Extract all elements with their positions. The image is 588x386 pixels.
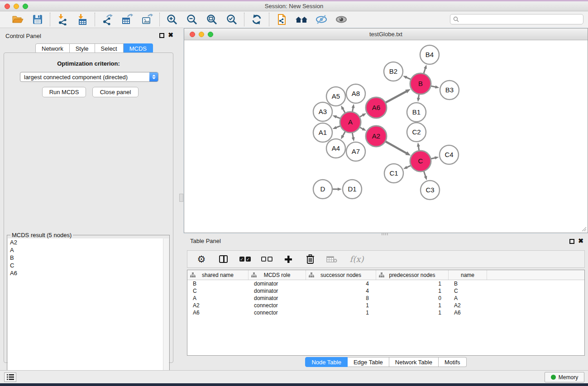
table-cell[interactable]: 1 bbox=[376, 288, 449, 294]
table-cell[interactable]: B bbox=[449, 281, 487, 287]
table-cell[interactable]: B bbox=[187, 281, 249, 287]
zoom-selected-icon[interactable] bbox=[225, 13, 239, 26]
panel-list-button[interactable] bbox=[4, 372, 16, 382]
table-cell[interactable]: dominator bbox=[249, 295, 306, 301]
open-file-icon[interactable] bbox=[11, 13, 24, 26]
result-item[interactable]: A2 bbox=[8, 238, 169, 246]
close-window-button[interactable] bbox=[5, 4, 10, 9]
table-cell[interactable]: 4 bbox=[306, 281, 376, 287]
zoom-fit-icon[interactable] bbox=[205, 13, 219, 26]
maximize-window-button[interactable] bbox=[23, 4, 28, 9]
table-row[interactable]: Cdominator41C bbox=[187, 287, 584, 295]
table-cell[interactable]: A6 bbox=[449, 310, 487, 316]
node-label-A: A bbox=[348, 118, 353, 126]
memory-button[interactable]: Memory bbox=[545, 372, 584, 382]
tab-node-table[interactable]: Node Table bbox=[305, 357, 348, 367]
table-cell[interactable]: 1 bbox=[376, 281, 449, 287]
table-cell[interactable]: C bbox=[449, 288, 487, 294]
hide-unselected-eye-icon[interactable] bbox=[315, 13, 328, 26]
table-row[interactable]: A2connector11A2 bbox=[187, 302, 584, 309]
refresh-layout-icon[interactable] bbox=[250, 13, 263, 26]
table-cell[interactable]: A bbox=[449, 295, 487, 301]
float-table-panel-icon[interactable] bbox=[569, 239, 574, 244]
close-table-panel-icon[interactable]: ✖ bbox=[578, 238, 583, 243]
column-header-name[interactable]: name bbox=[449, 270, 487, 280]
network-close-button[interactable] bbox=[190, 32, 195, 37]
export-table-icon[interactable] bbox=[120, 13, 134, 26]
result-item[interactable]: C bbox=[8, 262, 169, 269]
table-cell[interactable]: dominator bbox=[249, 288, 306, 294]
split-panel-icon[interactable] bbox=[217, 253, 229, 265]
table-cell[interactable]: A2 bbox=[187, 302, 249, 309]
table-cell[interactable]: 0 bbox=[376, 295, 449, 301]
tab-style[interactable]: Style bbox=[70, 43, 95, 53]
table-cell[interactable]: connector bbox=[249, 302, 306, 309]
zoom-out-icon[interactable] bbox=[185, 13, 199, 26]
resize-grip-icon[interactable] bbox=[580, 225, 587, 232]
edge-arrowhead bbox=[352, 104, 355, 108]
edge-A2-C[interactable] bbox=[385, 141, 407, 153]
deselect-all-icon[interactable] bbox=[261, 253, 272, 265]
column-header-successor-nodes[interactable]: successor nodes bbox=[306, 270, 376, 280]
edge-B-B4[interactable] bbox=[424, 68, 425, 74]
edge-A6-B[interactable] bbox=[385, 91, 407, 103]
vertical-splitter-handle[interactable] bbox=[179, 194, 183, 202]
export-image-icon[interactable] bbox=[140, 13, 154, 26]
search-input[interactable] bbox=[461, 16, 583, 23]
network-maximize-button[interactable] bbox=[208, 32, 213, 37]
export-network-icon[interactable] bbox=[100, 13, 114, 26]
save-session-icon[interactable] bbox=[31, 13, 44, 26]
search-field[interactable] bbox=[450, 14, 583, 24]
table-cell[interactable]: 8 bbox=[306, 295, 376, 301]
table-cell[interactable]: connector bbox=[249, 310, 306, 316]
table-cell[interactable]: 1 bbox=[306, 310, 376, 316]
result-item[interactable]: A6 bbox=[8, 269, 169, 277]
criterion-dropdown[interactable]: largest connected component (directed) bbox=[20, 72, 158, 82]
node-label-A2: A2 bbox=[372, 132, 380, 140]
network-minimize-button[interactable] bbox=[199, 32, 204, 37]
run-mcds-button[interactable]: Run MCDS bbox=[42, 87, 86, 97]
delete-column-trash-icon[interactable] bbox=[304, 253, 316, 265]
mcds-result-list[interactable]: A2ABCA6 bbox=[8, 238, 169, 386]
add-column-icon[interactable] bbox=[282, 253, 294, 265]
result-scrollbar[interactable] bbox=[163, 238, 169, 386]
settings-gear-icon[interactable]: ⚙ bbox=[196, 253, 207, 265]
table-cell[interactable]: A2 bbox=[449, 302, 487, 309]
table-cell[interactable]: A6 bbox=[187, 310, 249, 316]
table-cell[interactable]: 1 bbox=[376, 302, 449, 309]
result-item[interactable]: A bbox=[8, 246, 169, 254]
tab-select[interactable]: Select bbox=[95, 43, 124, 53]
show-all-eye-icon[interactable] bbox=[335, 13, 348, 26]
open-network-document-icon[interactable] bbox=[275, 13, 288, 26]
import-table-icon[interactable] bbox=[76, 13, 89, 26]
minimize-window-button[interactable] bbox=[14, 4, 19, 9]
table-cell[interactable]: 1 bbox=[376, 310, 449, 316]
zoom-in-icon[interactable] bbox=[165, 13, 179, 26]
table-cell[interactable]: C bbox=[187, 288, 249, 294]
column-header-predecessor-nodes[interactable]: predecessor nodes bbox=[376, 270, 449, 280]
column-header-shared-name[interactable]: shared name bbox=[187, 270, 249, 280]
network-graph-canvas[interactable]: AA1A2A3A4A5A6A7A8BB1B2B3B4CC1C2C3C4DD1 bbox=[185, 40, 587, 233]
result-item[interactable]: B bbox=[8, 254, 169, 262]
table-cell[interactable]: dominator bbox=[249, 281, 306, 287]
table-cell[interactable]: 1 bbox=[306, 302, 376, 309]
close-panel-icon[interactable]: ✖ bbox=[168, 33, 173, 38]
select-all-icon[interactable]: ✓✓ bbox=[239, 253, 251, 265]
table-row[interactable]: Bdominator41B bbox=[187, 280, 584, 287]
close-panel-button[interactable]: Close panel bbox=[92, 87, 139, 97]
home-overview-icon[interactable] bbox=[295, 13, 308, 26]
network-window-titlebar[interactable]: testGlobe.txt bbox=[184, 29, 588, 40]
tab-network[interactable]: Network bbox=[35, 43, 70, 53]
table-cell[interactable]: 4 bbox=[306, 288, 376, 294]
edge-C-C3[interactable] bbox=[424, 171, 425, 177]
table-cell[interactable]: A bbox=[187, 295, 249, 301]
tab-edge-table[interactable]: Edge Table bbox=[348, 357, 389, 367]
import-network-icon[interactable] bbox=[56, 13, 69, 26]
table-row[interactable]: A6connector11A6 bbox=[187, 309, 584, 316]
tab-network-table[interactable]: Network Table bbox=[389, 357, 439, 367]
table-row[interactable]: Adominator80A bbox=[187, 295, 584, 302]
tab-motifs[interactable]: Motifs bbox=[439, 357, 467, 367]
tab-mcds[interactable]: MCDS bbox=[124, 43, 153, 53]
column-header-MCDS-role[interactable]: MCDS role bbox=[249, 270, 306, 280]
float-panel-icon[interactable] bbox=[159, 33, 164, 38]
